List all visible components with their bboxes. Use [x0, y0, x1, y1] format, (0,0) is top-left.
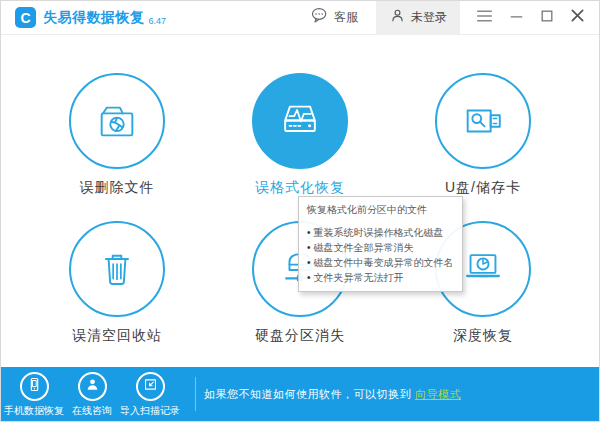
feature-label: 误清空回收站 [72, 327, 162, 345]
feature-label: 硬盘分区消失 [255, 327, 345, 345]
hamburger-icon [476, 9, 493, 27]
feature-empty-recycle-bin[interactable]: 误清空回收站 [26, 221, 209, 345]
titlebar-left: C 失易得数据恢复 6.47 [1, 7, 166, 28]
foot-button-label: 在线咨询 [72, 404, 112, 418]
footer-divider [195, 377, 196, 411]
close-icon [570, 8, 585, 27]
foot-button-label: 手机数据恢复 [4, 404, 64, 418]
feature-circle [252, 73, 348, 169]
login-button[interactable]: 未登录 [376, 1, 460, 35]
footer-bar: 手机数据恢复 在线咨询 [1, 367, 599, 421]
titlebar-right: 客服 未登录 [310, 1, 599, 35]
maximize-icon [540, 9, 554, 27]
phone-icon [26, 376, 43, 397]
person-icon [84, 376, 101, 397]
support-button[interactable]: 客服 [310, 7, 358, 28]
foot-button-label: 导入扫描记录 [120, 404, 180, 418]
tooltip-item: 磁盘文件中毒变成异常的文件名 [307, 255, 454, 270]
app-version: 6.47 [149, 16, 167, 26]
feature-circle [69, 73, 165, 169]
foot-circle [78, 372, 107, 401]
usb-search-icon [460, 98, 506, 144]
tooltip-item: 磁盘文件全部异常消失 [307, 240, 454, 255]
close-button[interactable] [570, 8, 585, 27]
feature-deleted-files[interactable]: 误删除文件 [26, 73, 209, 197]
feature-label: 误删除文件 [80, 179, 155, 197]
app-title: 失易得数据恢复 [43, 9, 145, 27]
footer-hint: 如果您不知道如何使用软件，可以切换到向导模式 [204, 387, 461, 402]
laptop-clock-icon [460, 246, 506, 292]
tooltip-title: 恢复格式化前分区中的文件 [307, 202, 454, 217]
app-logo-icon: C [15, 7, 36, 28]
feature-row-1: 误删除文件 误格式化恢复 [1, 35, 599, 197]
feature-formatted-recovery[interactable]: 误格式化恢复 [209, 73, 392, 197]
chat-bubble-icon [310, 7, 329, 28]
feature-label: 深度恢复 [453, 327, 513, 345]
minimize-button[interactable] [509, 9, 524, 27]
feature-label: U盘/储存卡 [445, 179, 521, 197]
trash-icon [94, 246, 140, 292]
formatted-drive-pulse-icon [277, 98, 323, 144]
menu-button[interactable] [476, 9, 493, 27]
login-label: 未登录 [411, 9, 447, 26]
folder-broken-file-icon [94, 98, 140, 144]
feature-label: 误格式化恢复 [255, 179, 345, 197]
maximize-button[interactable] [540, 9, 554, 27]
online-consult-button[interactable]: 在线咨询 [63, 372, 121, 418]
foot-circle [20, 372, 49, 401]
phone-data-recovery-button[interactable]: 手机数据恢复 [5, 372, 63, 418]
feature-circle [69, 221, 165, 317]
import-scan-record-button[interactable]: 导入扫描记录 [121, 372, 179, 418]
wizard-mode-link[interactable]: 向导模式 [415, 388, 461, 400]
import-record-icon [142, 376, 159, 397]
feature-tooltip: 恢复格式化前分区中的文件 重装系统时误操作格式化磁盘 磁盘文件全部异常消失 磁盘… [298, 196, 463, 292]
minimize-icon [509, 9, 524, 27]
main-area: 误删除文件 误格式化恢复 [1, 35, 599, 367]
tooltip-item: 重装系统时误操作格式化磁盘 [307, 225, 454, 240]
footer-hint-text: 如果您不知道如何使用软件，可以切换到 [204, 388, 411, 400]
user-icon [389, 7, 406, 28]
feature-usb-storage-card[interactable]: U盘/储存卡 [392, 73, 575, 197]
foot-circle [136, 372, 165, 401]
tooltip-item: 文件夹异常无法打开 [307, 270, 454, 285]
app-window: C 失易得数据恢复 6.47 客服 [0, 0, 600, 422]
feature-circle [435, 73, 531, 169]
support-label: 客服 [334, 9, 358, 26]
tooltip-list: 重装系统时误操作格式化磁盘 磁盘文件全部异常消失 磁盘文件中毒变成异常的文件名 … [307, 225, 454, 285]
titlebar: C 失易得数据恢复 6.47 客服 [1, 1, 599, 35]
